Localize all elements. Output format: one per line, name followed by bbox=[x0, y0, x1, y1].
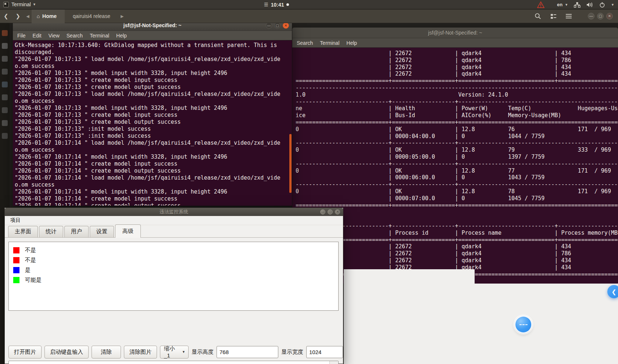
warning-icon[interactable] bbox=[537, 1, 544, 8]
clear-image-button[interactable]: 清除图片 bbox=[124, 346, 157, 358]
terminal-line bbox=[296, 209, 618, 216]
terminal-line: "2026-01-07 10:17:14 " create model outp… bbox=[15, 202, 292, 206]
terminal-line: | 0000:05:00.0 | 0 1397 / 7759 bbox=[296, 154, 618, 161]
dock-icon[interactable] bbox=[2, 69, 8, 75]
window-minimize-button[interactable]: — bbox=[588, 13, 594, 19]
terminal-line: ============================+===========… bbox=[296, 78, 618, 84]
window-close-button[interactable]: ✕ bbox=[606, 13, 613, 19]
window-title: jsf@jsf-Not-Specified: ~ bbox=[124, 22, 182, 28]
system-top-bar: Terminal ▼ ☰ 10:41 en ▼ ▼ bbox=[0, 0, 618, 9]
window-maximize-button[interactable]: ▢ bbox=[597, 13, 604, 19]
legend-item[interactable]: 不是 bbox=[13, 255, 334, 265]
terminal-line: "2026-01-07 10:17:14 " create model outp… bbox=[15, 167, 292, 174]
controls-row: 打开图片 启动键盘输入 清除 清除图片 缩小_1 ▼ 显示高度 显示宽度 bbox=[8, 345, 343, 358]
dock-icon[interactable] bbox=[2, 133, 8, 139]
power-icon[interactable] bbox=[599, 2, 605, 8]
display-width-input[interactable] bbox=[306, 346, 343, 358]
terminal-menubar: SearchTerminalHelp bbox=[292, 38, 618, 47]
open-image-button[interactable]: 打开图片 bbox=[8, 346, 42, 358]
language-indicator[interactable]: en bbox=[557, 2, 562, 7]
legend-item[interactable]: 不是 bbox=[13, 245, 334, 255]
legend-item[interactable]: 可能是 bbox=[13, 275, 334, 285]
terminal-line: ice | Bus-Id | AICore(%) Memory-Usage(MB… bbox=[296, 112, 618, 119]
window-titlebar[interactable]: 违法监控系统 — ▢ ✕ bbox=[5, 208, 343, 216]
keyboard-input-button[interactable]: 启动键盘输入 bbox=[44, 346, 89, 358]
path-scroll-left-icon[interactable]: ◀ bbox=[24, 14, 31, 19]
tab[interactable]: 高级 bbox=[115, 224, 141, 238]
volume-icon[interactable] bbox=[586, 2, 593, 8]
floating-assist-ball[interactable] bbox=[515, 316, 532, 333]
tab[interactable]: 设置 bbox=[90, 226, 114, 237]
dock-icon[interactable] bbox=[2, 56, 8, 62]
menu-item[interactable]: View bbox=[49, 33, 60, 39]
window-close-button[interactable]: ✕ bbox=[335, 209, 340, 215]
background-panel bbox=[472, 284, 618, 364]
menu-hamburger-icon[interactable] bbox=[566, 14, 572, 18]
terminal-app-icon bbox=[3, 2, 9, 7]
terminal-line: "2026-01-07 10:17:14 " model input width… bbox=[15, 154, 292, 161]
dock-icon[interactable] bbox=[2, 30, 8, 36]
app-menu-label[interactable]: Terminal bbox=[11, 1, 31, 7]
zoom-select[interactable]: 缩小_1 ▼ bbox=[160, 346, 189, 358]
window-maximize-button[interactable]: ▢ bbox=[274, 22, 281, 29]
back-button[interactable]: ❮ bbox=[0, 13, 12, 19]
terminal-line: "2026-01-07 10:17:14 " load model /home/… bbox=[15, 174, 292, 181]
chevron-down-icon[interactable]: ▼ bbox=[611, 3, 614, 7]
setpts-combobox[interactable]: setpts ▼ bbox=[8, 361, 339, 364]
scrollbar-thumb[interactable] bbox=[289, 134, 292, 193]
network-icon[interactable] bbox=[574, 2, 581, 8]
menu-item[interactable]: Edit bbox=[33, 33, 42, 39]
window-maximize-button[interactable]: ▢ bbox=[328, 209, 333, 215]
legend-label: 是 bbox=[25, 267, 31, 274]
zoom-select-value: 缩小_1 bbox=[164, 345, 179, 358]
breadcrumb-home[interactable]: ⌂ Home bbox=[32, 10, 65, 23]
clock-label: 10:41 bbox=[271, 2, 284, 8]
window-close-button[interactable]: ✕ bbox=[283, 22, 289, 29]
menu-item[interactable]: Terminal bbox=[90, 33, 109, 39]
window-titlebar[interactable]: jsf@jsf-Not-Specified: ~ bbox=[292, 28, 618, 38]
display-height-input[interactable] bbox=[217, 346, 278, 358]
terminal-line: "2026-01-07 10:17:13" :init model succes… bbox=[15, 126, 292, 133]
dock-icon[interactable] bbox=[2, 43, 8, 49]
terminal-line: | 22672 | qdark4 | 434 bbox=[296, 71, 618, 78]
chevron-down-icon: ▼ bbox=[33, 3, 36, 6]
terminal-line bbox=[296, 216, 618, 223]
path-scroll-right-icon[interactable]: ▶ bbox=[118, 14, 126, 19]
menu-item-project[interactable]: 项目 bbox=[10, 217, 21, 224]
terminal-line: "2026-01-07 10:17:13 " create model inpu… bbox=[15, 112, 292, 119]
list-view-icon[interactable] bbox=[551, 14, 556, 19]
terminal-line: | 0000:07:00.0 | 0 1045 / 7759 bbox=[296, 195, 618, 202]
menu-item[interactable]: Help bbox=[116, 33, 127, 39]
clear-button[interactable]: 清除 bbox=[92, 346, 121, 358]
window-minimize-button[interactable]: — bbox=[266, 22, 272, 29]
dock-icon[interactable] bbox=[2, 82, 8, 87]
legend-item[interactable]: 是 bbox=[13, 265, 334, 275]
breadcrumb-folder[interactable]: qairuisi4 release bbox=[65, 13, 118, 19]
dock-icon[interactable] bbox=[2, 94, 8, 100]
clock-widget[interactable]: ☰ 10:41 bbox=[264, 0, 289, 9]
display-height-label: 显示高度 bbox=[192, 349, 214, 356]
collapse-chevron-button[interactable]: ❮ bbox=[607, 285, 618, 298]
app-menubar: 项目 bbox=[5, 216, 343, 225]
tab[interactable]: 主界面 bbox=[8, 226, 38, 237]
terminal-line: 0 | OK | 12.8 79 333 / 969 bbox=[296, 147, 618, 154]
tab[interactable]: 用户 bbox=[64, 226, 89, 237]
terminal-line: o.om success bbox=[15, 147, 292, 154]
dock-icon[interactable] bbox=[2, 120, 8, 126]
search-icon[interactable] bbox=[535, 13, 541, 19]
dock-icon[interactable] bbox=[2, 107, 8, 113]
tab[interactable]: 统计 bbox=[39, 226, 63, 237]
terminal-line: ----------------------------+-----------… bbox=[296, 181, 618, 188]
window-minimize-button[interactable]: — bbox=[320, 209, 325, 215]
terminal-line: ============================+===========… bbox=[296, 119, 618, 126]
home-icon: ⌂ bbox=[37, 13, 40, 19]
menu-item[interactable]: Help bbox=[346, 40, 357, 46]
terminal-line: | 22672 | qdark4 | 434 bbox=[296, 243, 618, 250]
tab-bar: 主界面统计用户设置高级 bbox=[5, 225, 343, 238]
menu-item[interactable]: Terminal bbox=[320, 40, 339, 46]
forward-button[interactable]: ❯ bbox=[12, 13, 24, 19]
menu-item[interactable]: Search bbox=[67, 33, 83, 39]
menu-item[interactable]: File bbox=[17, 33, 26, 39]
menu-item[interactable]: Search bbox=[297, 40, 313, 46]
terminal-line: "2026-01-07 10:17:14 " model input width… bbox=[15, 188, 292, 195]
